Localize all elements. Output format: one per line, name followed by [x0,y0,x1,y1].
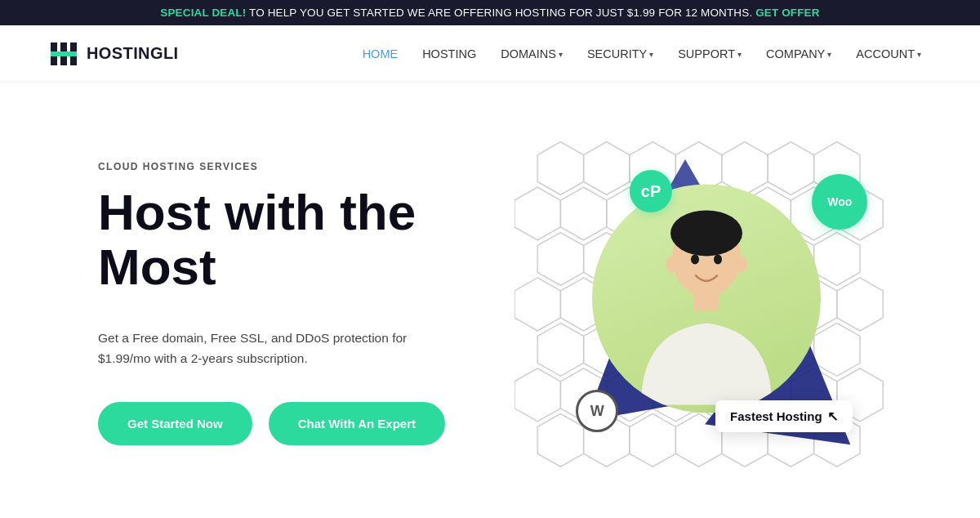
logo-icon [49,39,78,69]
hero-content: CLOUD HOSTING SERVICES Host with the Mos… [98,161,514,445]
logo[interactable]: HOSTINGLI [49,39,179,69]
hero-visual: cP Woo W Fastest Hosting ↖ [514,123,898,483]
hero-buttons: Get Started Now Chat With An Expert [98,402,482,445]
special-label: SPECIAL DEAL! [160,7,246,19]
fastest-hosting-label: Fastest Hosting [730,409,822,423]
chevron-down-icon: ▾ [827,50,831,59]
fastest-hosting-badge: Fastest Hosting ↖ [715,400,853,432]
chevron-down-icon: ▾ [559,50,563,59]
hero-section: CLOUD HOSTING SERVICES Host with the Mos… [0,83,980,507]
nav-home[interactable]: HOME [353,42,408,65]
nav-support[interactable]: SUPPORT ▾ [668,42,751,65]
person-image [592,184,821,413]
nav-security[interactable]: SECURITY ▾ [577,42,663,65]
nav-hosting[interactable]: HOSTING [412,42,486,65]
woocommerce-badge: Woo [812,174,867,230]
banner-message: TO HELP YOU GET STARTED WE ARE OFFERING … [249,7,755,19]
header: HOSTINGLI HOME HOSTING DOMAINS ▾ SECURIT… [0,25,980,83]
top-banner: SPECIAL DEAL! TO HELP YOU GET STARTED WE… [0,0,980,25]
chat-expert-button[interactable]: Chat With An Expert [269,402,445,445]
cpanel-badge: cP [630,170,672,212]
wordpress-icon: W [590,403,604,420]
hero-description: Get a Free domain, Free SSL, and DDoS pr… [98,328,441,369]
logo-text: HOSTINGLI [87,44,179,63]
svg-rect-3 [51,51,77,56]
get-offer-link[interactable]: GET OFFER [755,7,819,19]
svg-point-6 [670,210,742,256]
svg-rect-7 [694,290,719,310]
chevron-down-icon: ▾ [917,50,921,59]
svg-point-9 [714,254,722,264]
woo-icon: Woo [827,195,852,208]
nav-company[interactable]: COMPANY ▾ [756,42,841,65]
svg-point-11 [734,256,747,272]
chevron-down-icon: ▾ [649,50,653,59]
cpanel-icon: cP [641,182,661,201]
svg-point-10 [666,256,679,272]
hero-person-circle [592,184,821,413]
hero-subtitle: CLOUD HOSTING SERVICES [98,161,482,172]
svg-point-8 [691,254,699,264]
get-started-button[interactable]: Get Started Now [98,402,252,445]
nav-account[interactable]: ACCOUNT ▾ [846,42,931,65]
hero-title: Host with the Most [98,185,482,295]
nav-domains[interactable]: DOMAINS ▾ [491,42,572,65]
chevron-down-icon: ▾ [737,50,742,59]
main-nav: HOME HOSTING DOMAINS ▾ SECURITY ▾ SUPPOR… [353,42,931,65]
person-svg [617,208,796,413]
cursor-icon: ↖ [827,409,838,424]
